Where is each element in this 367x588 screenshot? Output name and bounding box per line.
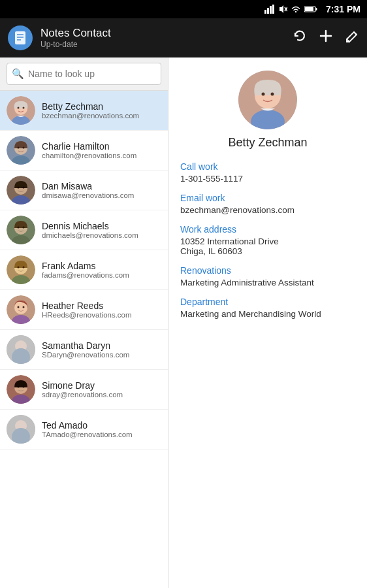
avatar-betty <box>7 96 35 125</box>
avatar-samantha <box>7 335 35 364</box>
svg-point-7 <box>295 11 296 12</box>
detail-contact-name: Betty Zechman <box>180 136 355 150</box>
detail-avatar-image <box>238 71 297 129</box>
contact-email: dmichaels@renovations.com <box>42 231 161 239</box>
work-address-label[interactable]: Work address <box>180 224 355 235</box>
main-content: 🔍 <box>0 57 367 588</box>
search-input[interactable] <box>7 63 161 85</box>
svg-point-38 <box>23 227 25 229</box>
svg-point-27 <box>18 147 20 149</box>
status-bar: 7:31 PM <box>0 0 367 18</box>
app-bar: Notes Contact Up-to-date <box>0 18 367 57</box>
app-icon <box>8 25 33 50</box>
mute-icon <box>278 5 287 14</box>
contact-item[interactable]: Dennis Michaels dmichaels@renovations.co… <box>0 210 168 250</box>
svg-point-55 <box>18 386 20 388</box>
svg-point-22 <box>18 107 20 109</box>
contact-item[interactable]: Ted Amado TAmado@renovations.com <box>0 410 168 449</box>
contact-item[interactable]: Betty Zechman bzechman@renovations.com <box>0 91 168 131</box>
contact-item[interactable]: Heather Reeds HReeds@renovations.com <box>0 290 168 330</box>
svg-point-43 <box>23 267 25 269</box>
status-icons: 7:31 PM <box>264 4 360 14</box>
avatar-heather <box>7 295 35 324</box>
refresh-icon <box>293 29 307 43</box>
avatar <box>7 415 35 444</box>
contact-email: sdray@renovations.com <box>42 391 161 399</box>
contact-item[interactable]: Charlie Hamilton chamilton@renovations.c… <box>0 131 168 171</box>
svg-point-47 <box>18 306 20 308</box>
svg-point-33 <box>23 187 25 189</box>
email-work-label[interactable]: Email work <box>180 193 355 203</box>
contact-item[interactable]: Simone Dray sdray@renovations.com <box>0 370 168 410</box>
status-time: 7:31 PM <box>326 4 360 14</box>
svg-rect-11 <box>15 31 25 44</box>
edit-icon <box>345 29 359 43</box>
svg-point-56 <box>23 386 25 388</box>
svg-rect-2 <box>270 6 272 14</box>
avatar <box>7 375 35 404</box>
svg-point-63 <box>262 93 265 96</box>
avatar-dennis <box>7 216 35 244</box>
email-work-value: bzechman@renovations.com <box>180 205 355 215</box>
department-value: Marketing and Merchandising World <box>180 309 355 319</box>
work-address-line2: Chiga, IL 60603 <box>180 246 242 256</box>
contact-info: Simone Dray sdray@renovations.com <box>42 380 161 399</box>
contact-email: chamilton@renovations.com <box>42 152 161 159</box>
contact-name: Simone Dray <box>42 380 161 391</box>
avatar-dan <box>7 176 35 204</box>
contact-email: bzechman@renovations.com <box>42 112 161 120</box>
contact-name: Charlie Hamilton <box>42 141 161 152</box>
add-icon <box>319 29 333 43</box>
svg-point-64 <box>271 93 274 96</box>
call-work-value: 1-301-555-1117 <box>180 174 355 184</box>
svg-rect-0 <box>264 10 266 14</box>
company-label[interactable]: Renovations <box>180 265 355 276</box>
contact-name: Heather Reeds <box>42 301 161 311</box>
svg-rect-3 <box>272 5 274 14</box>
app-title-group: Notes Contact Up-to-date <box>40 27 285 49</box>
svg-point-48 <box>23 306 25 308</box>
avatar <box>7 136 35 165</box>
contact-info: Heather Reeds HReeds@renovations.com <box>42 301 161 319</box>
wifi-icon <box>291 5 301 13</box>
app-title: Notes Contact <box>40 27 285 40</box>
add-button[interactable] <box>319 29 333 47</box>
header-actions <box>293 29 359 47</box>
search-bar: 🔍 <box>0 57 168 91</box>
contact-item[interactable]: Frank Adams fadams@renovations.com <box>0 250 168 290</box>
avatar <box>7 255 35 284</box>
contact-detail-panel: Betty Zechman Call work 1-301-555-1117 E… <box>168 57 367 588</box>
company-value: Marketing Administrative Assistant <box>180 278 355 287</box>
contact-item[interactable]: Samantha Daryn SDaryn@renovations.com <box>0 330 168 370</box>
contact-email: SDaryn@renovations.com <box>42 351 161 359</box>
contact-name: Betty Zechman <box>42 101 161 112</box>
contact-email: HReeds@renovations.com <box>42 311 161 319</box>
avatar-simone <box>7 375 35 404</box>
avatar <box>7 216 35 244</box>
svg-point-28 <box>23 147 25 149</box>
notes-icon <box>13 31 27 45</box>
svg-point-37 <box>18 227 20 229</box>
avatar <box>7 335 35 364</box>
contact-list: Betty Zechman bzechman@renovations.com <box>0 91 168 588</box>
refresh-button[interactable] <box>293 29 307 47</box>
contact-item[interactable]: Dan Misawa dmisawa@renovations.com <box>0 171 168 210</box>
avatar <box>7 295 35 324</box>
avatar <box>7 96 35 125</box>
contact-info: Samantha Daryn SDaryn@renovations.com <box>42 340 161 359</box>
contact-name: Frank Adams <box>42 261 161 271</box>
contact-email: fadams@renovations.com <box>42 271 161 279</box>
department-label[interactable]: Department <box>180 297 355 307</box>
svg-point-42 <box>18 267 20 269</box>
detail-avatar <box>238 71 297 129</box>
svg-point-23 <box>23 107 25 109</box>
edit-button[interactable] <box>345 29 359 47</box>
avatar-ted <box>7 415 35 444</box>
detail-avatar-wrap <box>180 71 355 129</box>
call-work-label[interactable]: Call work <box>180 161 355 172</box>
contact-list-panel: 🔍 <box>0 57 168 588</box>
app-subtitle: Up-to-date <box>40 40 285 49</box>
svg-rect-10 <box>316 8 317 10</box>
contact-name: Ted Amado <box>42 420 161 431</box>
contact-email: TAmado@renovations.com <box>42 431 161 438</box>
